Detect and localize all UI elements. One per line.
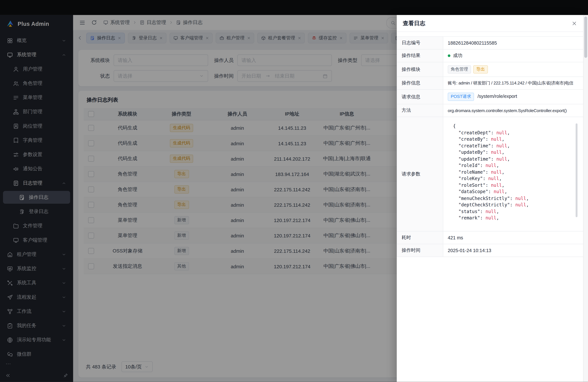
drawer-body: 日志编号 1882612840802115585 操作结果 成功 操作模块 角色…	[397, 32, 583, 382]
detail-row: 方法 org.dromara.system.controller.system.…	[397, 104, 583, 117]
request-params-cell: { "createDept": null, "createBy": null, …	[443, 117, 583, 231]
log-detail-table: 日志编号 1882612840802115585 操作结果 成功 操作模块 角色…	[397, 36, 583, 257]
drawer-header: 查看日志	[397, 15, 583, 32]
result-value: 成功	[443, 49, 583, 62]
detail-row: 操作信息 账号: admin / 研发部门 / 222.175.114.242 …	[397, 77, 583, 89]
json-code-block[interactable]: { "createDept": null, "createBy": null, …	[448, 120, 579, 228]
page-scrollbar[interactable]	[583, 15, 588, 382]
request-info-value: POST请求/system/role/export	[443, 89, 583, 104]
detail-row: 操作时间 2025-01-24 10:14:13	[397, 244, 583, 257]
drawer-title: 查看日志	[403, 20, 425, 27]
post-method-tag: POST请求	[448, 93, 474, 101]
detail-row: 操作模块 角色管理导出	[397, 62, 583, 77]
duration-value: 421 ms	[443, 231, 583, 244]
module-value: 角色管理导出	[443, 62, 583, 77]
detail-row: 耗时 421 ms	[397, 231, 583, 244]
viewport: Plus Admin 概览系统管理用户管理角色管理菜单管理部门管理岗位管理字典管…	[0, 0, 588, 382]
request-url: /system/role/export	[477, 94, 517, 99]
log-id-value: 1882612840802115585	[443, 37, 583, 49]
drawer-close-button[interactable]	[571, 20, 578, 26]
module-tag: 角色管理	[448, 65, 471, 74]
view-log-drawer: 查看日志 日志编号 1882612840802115585 操作结果 成功	[397, 15, 583, 382]
detail-row: 请求信息 POST请求/system/role/export	[397, 89, 583, 104]
detail-row: 请求参数 { "createDept": null, "createBy": n…	[397, 117, 583, 231]
code-scrollbar-thumb[interactable]	[576, 123, 577, 217]
detail-row: 操作结果 成功	[397, 49, 583, 62]
page-scrollbar-thumb[interactable]	[584, 17, 587, 58]
operation-time-value: 2025-01-24 10:14:13	[443, 244, 583, 257]
method-value: org.dromara.system.controller.system.Sys…	[443, 104, 583, 117]
success-dot	[448, 54, 450, 57]
detail-row: 日志编号 1882612840802115585	[397, 37, 583, 49]
operation-type-tag: 导出	[473, 65, 488, 74]
operation-info-value: 账号: admin / 研发部门 / 222.175.114.242 / 中国|…	[443, 77, 583, 89]
